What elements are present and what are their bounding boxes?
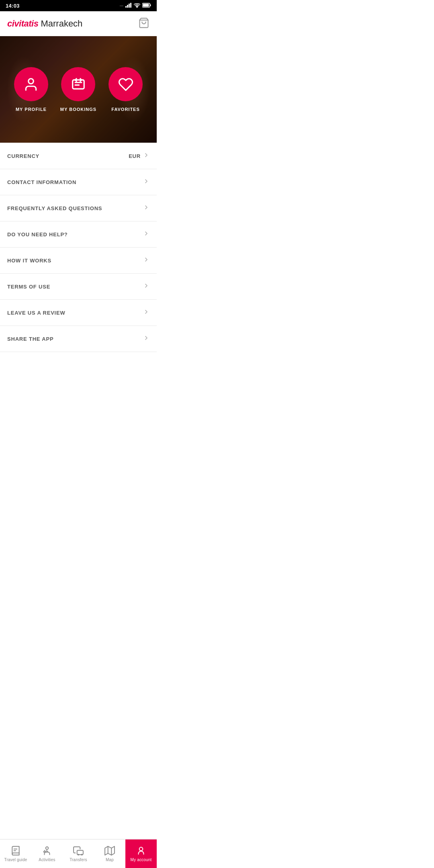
svg-rect-1 — [127, 5, 128, 8]
svg-rect-6 — [143, 4, 149, 7]
menu-item-contact-right — [143, 178, 149, 186]
menu-item-faq[interactable]: FREQUENTLY ASKED QUESTIONS — [0, 195, 157, 221]
bottom-spacer — [0, 352, 157, 384]
status-time: 14:03 — [6, 3, 20, 9]
favorites-label: FAVORITES — [111, 107, 140, 112]
help-label: DO YOU NEED HELP? — [7, 231, 68, 237]
favorites-button[interactable]: FAVORITES — [108, 67, 143, 112]
faq-label: FREQUENTLY ASKED QUESTIONS — [7, 205, 102, 211]
menu-item-currency[interactable]: CURRENCY EUR — [0, 143, 157, 169]
profile-icon-circle — [14, 67, 48, 101]
chevron-right-icon — [143, 309, 149, 317]
review-label: LEAVE US A REVIEW — [7, 310, 66, 316]
svg-rect-7 — [150, 4, 151, 6]
terms-label: TERMS OF USE — [7, 284, 50, 290]
battery-icon — [142, 3, 151, 8]
svg-point-4 — [137, 7, 137, 8]
logo-area: civitatis Marrakech — [7, 18, 82, 29]
svg-rect-0 — [125, 6, 127, 8]
menu-item-review[interactable]: LEAVE US A REVIEW — [0, 300, 157, 326]
my-bookings-button[interactable]: MY BOOKINGS — [60, 67, 96, 112]
svg-point-9 — [29, 78, 34, 84]
chevron-right-icon — [143, 283, 149, 291]
chevron-right-icon — [143, 256, 149, 264]
chevron-right-icon — [143, 335, 149, 343]
menu-item-contact[interactable]: CONTACT INFORMATION — [0, 169, 157, 195]
chevron-right-icon — [143, 152, 149, 160]
how-it-works-label: HOW IT WORKS — [7, 258, 51, 264]
favorites-icon-circle — [108, 67, 143, 101]
menu-item-contact-left: CONTACT INFORMATION — [7, 179, 76, 185]
menu-item-faq-left: FREQUENTLY ASKED QUESTIONS — [7, 205, 102, 211]
currency-value: EUR — [129, 153, 141, 159]
svg-rect-3 — [130, 3, 131, 8]
share-label: SHARE THE APP — [7, 336, 53, 342]
menu-item-help[interactable]: DO YOU NEED HELP? — [0, 221, 157, 248]
chevron-right-icon — [143, 204, 149, 212]
menu-item-currency-left: CURRENCY — [7, 153, 39, 159]
menu-item-review-left: LEAVE US A REVIEW — [7, 310, 66, 316]
menu-item-help-right — [143, 230, 149, 238]
signal-dots-icon: ··· — [120, 3, 123, 8]
menu-item-how-it-works[interactable]: HOW IT WORKS — [0, 248, 157, 274]
menu-item-terms-left: TERMS OF USE — [7, 284, 50, 290]
menu-item-help-left: DO YOU NEED HELP? — [7, 231, 68, 237]
hero-banner: MY PROFILE MY BOOKINGS — [0, 36, 157, 143]
menu-item-how-it-works-left: HOW IT WORKS — [7, 258, 51, 264]
signal-bars-icon — [125, 3, 132, 8]
menu-item-share-left: SHARE THE APP — [7, 336, 53, 342]
hero-content: MY PROFILE MY BOOKINGS — [0, 67, 157, 112]
status-icons: ··· — [120, 3, 151, 8]
profile-label: MY PROFILE — [16, 107, 47, 112]
bookings-icon-circle — [61, 67, 95, 101]
logo-civitatis: civitatis — [7, 18, 38, 29]
chevron-right-icon — [143, 230, 149, 238]
bookings-label: MY BOOKINGS — [60, 107, 96, 112]
app-header: civitatis Marrakech — [0, 11, 157, 36]
menu-item-terms[interactable]: TERMS OF USE — [0, 274, 157, 300]
menu-item-terms-right — [143, 283, 149, 291]
my-profile-button[interactable]: MY PROFILE — [14, 67, 48, 112]
menu-list: CURRENCY EUR CONTACT INFORMATION FRE — [0, 143, 157, 352]
menu-item-review-right — [143, 309, 149, 317]
chevron-right-icon — [143, 178, 149, 186]
cart-button[interactable] — [138, 17, 149, 30]
menu-item-currency-right: EUR — [129, 152, 149, 160]
menu-item-faq-right — [143, 204, 149, 212]
contact-label: CONTACT INFORMATION — [7, 179, 76, 185]
status-bar: 14:03 ··· — [0, 0, 157, 11]
hero-buttons-row: MY PROFILE MY BOOKINGS — [8, 67, 149, 112]
logo-city: Marrakech — [41, 18, 82, 29]
wifi-icon — [134, 3, 140, 8]
menu-item-share[interactable]: SHARE THE APP — [0, 326, 157, 352]
currency-label: CURRENCY — [7, 153, 39, 159]
svg-rect-2 — [129, 4, 130, 8]
menu-item-share-right — [143, 335, 149, 343]
menu-item-how-it-works-right — [143, 256, 149, 264]
